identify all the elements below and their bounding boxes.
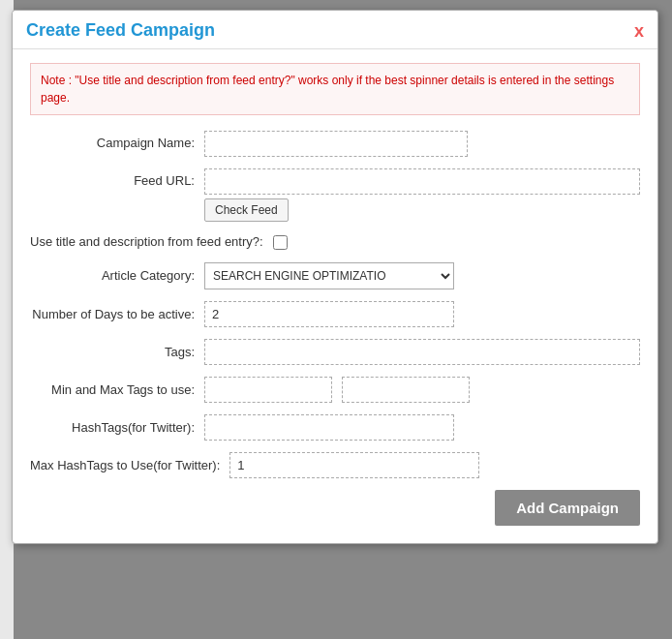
add-campaign-button[interactable]: Add Campaign <box>495 490 640 526</box>
close-button[interactable]: x <box>634 22 644 40</box>
tags-row: Tags: <box>30 339 640 365</box>
campaign-name-label: Campaign Name: <box>30 135 204 152</box>
check-feed-button[interactable]: Check Feed <box>204 198 289 222</box>
tags-input[interactable] <box>204 339 640 365</box>
days-input[interactable] <box>204 301 454 327</box>
max-hashtags-label: Max HashTags to Use(for Twitter): <box>30 457 229 474</box>
campaign-name-input[interactable] <box>204 131 468 157</box>
dialog-body: Note : "Use title and description from f… <box>13 49 657 543</box>
max-hashtags-row: Max HashTags to Use(for Twitter): <box>30 452 640 478</box>
max-tags-input[interactable] <box>342 377 470 403</box>
article-category-row: Article Category: SEARCH ENGINE OPTIMIZA… <box>30 262 640 289</box>
feed-url-label: Feed URL: <box>30 172 204 190</box>
tags-label: Tags: <box>30 344 204 361</box>
dialog: Create Feed Campaign x Note : "Use title… <box>12 10 658 544</box>
overlay: Create Feed Campaign x Note : "Use title… <box>0 0 672 639</box>
article-category-select[interactable]: SEARCH ENGINE OPTIMIZATIO <box>204 262 454 289</box>
campaign-name-row: Campaign Name: <box>30 131 640 157</box>
note-text: Note : "Use title and description from f… <box>41 74 614 105</box>
minmax-label: Min and Max Tags to use: <box>30 381 204 399</box>
dialog-header: Create Feed Campaign x <box>13 11 657 49</box>
dialog-title: Create Feed Campaign <box>26 20 215 41</box>
article-category-label: Article Category: <box>30 267 204 285</box>
max-hashtags-input[interactable] <box>229 452 479 478</box>
check-feed-row: Check Feed <box>30 198 640 222</box>
use-title-label: Use title and description from feed entr… <box>30 233 273 251</box>
hashtags-input[interactable] <box>204 414 454 441</box>
min-tags-input[interactable] <box>204 377 332 403</box>
minmax-row: Min and Max Tags to use: <box>30 377 640 403</box>
max-hashtags-label-text: Max HashTags to Use(for Twitter): <box>30 458 220 472</box>
feed-url-input[interactable] <box>204 168 640 195</box>
feed-url-row: Feed URL: <box>30 168 640 195</box>
use-title-checkbox[interactable] <box>273 235 288 250</box>
days-row: Number of Days to be active: <box>30 301 640 327</box>
use-title-label-text: Use title and description from feed entr… <box>30 234 263 249</box>
hashtags-row: HashTags(for Twitter): <box>30 414 640 441</box>
note-box: Note : "Use title and description from f… <box>30 63 640 115</box>
hashtags-label: HashTags(for Twitter): <box>30 419 204 437</box>
days-label: Number of Days to be active: <box>30 306 204 323</box>
minmax-container <box>204 377 470 403</box>
use-title-row: Use title and description from feed entr… <box>30 233 640 251</box>
